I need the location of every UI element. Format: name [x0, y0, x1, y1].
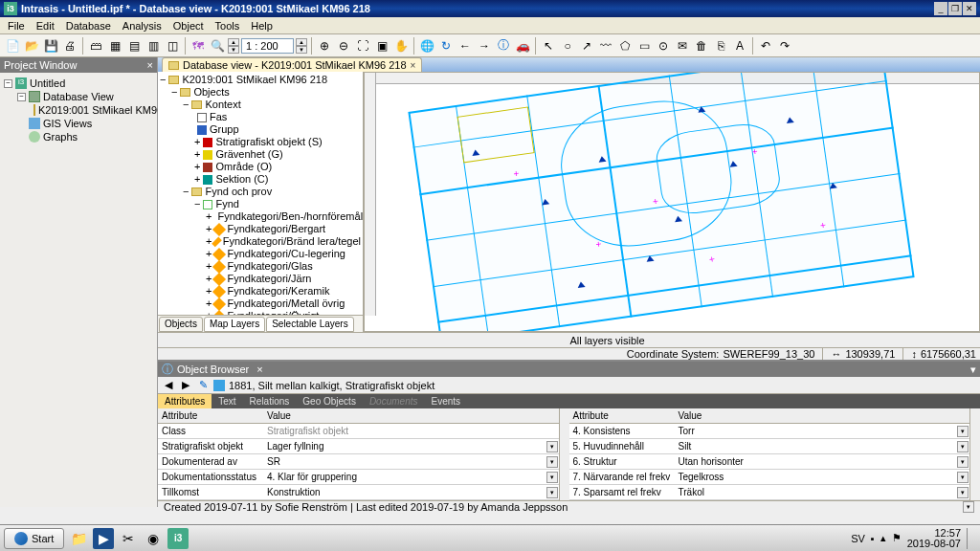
back-icon[interactable]: ← [457, 37, 474, 55]
select-rect-icon[interactable]: ▣ [373, 37, 390, 55]
attr-row[interactable]: 4. KonsistensTorr▾ [569, 424, 970, 439]
taskbar-chrome-icon[interactable]: ◉ [143, 528, 164, 549]
maximize-button[interactable]: ❐ [948, 2, 962, 15]
tab-geoobjects[interactable]: Geo Objects [296, 394, 363, 408]
zoom-input[interactable] [241, 38, 294, 54]
next-icon[interactable]: ▶ [179, 379, 192, 392]
new-icon[interactable]: 📄 [4, 37, 21, 55]
tab-attributes[interactable]: Attributes [158, 394, 212, 408]
tree-kontext[interactable]: Kontext [205, 99, 240, 111]
dropdown-icon[interactable]: ▾ [963, 501, 974, 513]
menu-object[interactable]: Object [167, 18, 210, 33]
menu-database[interactable]: Database [60, 18, 117, 33]
attr-row[interactable]: Stratigrafiskt objektLager fyllning▾ [158, 439, 559, 454]
tree-fk5[interactable]: Fyndkategori/Glas [227, 260, 312, 273]
project-tree[interactable]: −i3Untitled −Database View K2019:001 StM… [0, 73, 157, 507]
tray-flag-icon[interactable]: ⚑ [892, 532, 902, 544]
attr-value[interactable]: Tegelkross▾ [675, 471, 970, 483]
tree-gis[interactable]: GIS Views [43, 118, 92, 129]
tab-documents[interactable]: Documents [363, 394, 425, 408]
dropdown-icon[interactable]: ▾ [970, 364, 976, 376]
menu-analysis[interactable]: Analysis [117, 18, 167, 33]
tab-objects[interactable]: Objects [159, 317, 203, 332]
tree-fk1[interactable]: Fyndkategori/Ben-/hornföremål [217, 210, 363, 223]
attr-row[interactable]: ClassStratigrafiskt objekt [158, 424, 559, 439]
zoom-out-icon[interactable]: ⊖ [335, 37, 352, 55]
tree-grupp[interactable]: Grupp [210, 123, 239, 136]
attr-row[interactable]: Dokumenterad avSR▾ [158, 454, 559, 470]
taskbar-snip-icon[interactable]: ✂ [118, 528, 139, 549]
taskbar-powershell-icon[interactable]: ▶ [93, 528, 114, 549]
forward-icon[interactable]: → [476, 37, 493, 55]
dropdown-icon[interactable]: ▾ [546, 456, 558, 468]
pdf-icon[interactable]: ⎘ [712, 37, 729, 55]
tree-fynd[interactable]: Fynd [215, 198, 238, 210]
scrollbar[interactable] [560, 408, 569, 500]
spinner[interactable]: ▲▼ [228, 38, 239, 54]
tree-fk6[interactable]: Fyndkategori/Järn [227, 273, 311, 285]
start-button[interactable]: Start [4, 528, 64, 549]
attr-row[interactable]: 7. Närvarande rel frekvTegelkross▾ [569, 470, 970, 485]
polyline-icon[interactable]: 〰 [597, 37, 614, 55]
apply-icon[interactable]: ✎ [196, 379, 210, 392]
menu-file[interactable]: File [2, 18, 31, 33]
clock[interactable]: 12:57 2019-08-07 [907, 528, 961, 549]
open-icon[interactable]: 📂 [23, 37, 40, 55]
dropdown-icon[interactable]: ▾ [957, 441, 969, 452]
menu-help[interactable]: Help [245, 18, 278, 33]
tree-strat[interactable]: Stratigrafiskt objekt (S) [215, 136, 322, 148]
menu-tools[interactable]: Tools [210, 18, 246, 33]
tree-fyndprov[interactable]: Fynd och prov [205, 186, 272, 198]
tab-events[interactable]: Events [424, 394, 467, 408]
tree-objects[interactable]: Objects [193, 86, 229, 99]
fit-icon[interactable]: ⛶ [354, 37, 371, 55]
attr-row[interactable]: TillkomstKonstruktion▾ [158, 485, 559, 500]
attr-value[interactable]: Lager fyllning▾ [263, 440, 559, 452]
refresh-icon[interactable]: ↻ [437, 37, 455, 55]
spinner2[interactable]: ▲▼ [296, 38, 307, 54]
zoom-icon[interactable]: 🔍 [209, 37, 226, 55]
attr-value[interactable]: 4. Klar för gruppering▾ [263, 471, 559, 483]
info-icon[interactable]: ⓘ [495, 37, 512, 55]
dropdown-icon[interactable]: ▾ [546, 441, 558, 452]
attr-value[interactable]: Silt▾ [675, 440, 970, 452]
dropdown-icon[interactable]: ▾ [546, 472, 558, 483]
tab-maplayers[interactable]: Map Layers [204, 317, 265, 332]
lang-indicator[interactable]: SV [851, 533, 865, 544]
polygon-icon[interactable]: ⬠ [616, 37, 634, 55]
tab-selectable[interactable]: Selectable Layers [266, 317, 354, 332]
tree-grav[interactable]: Grävenhet (G) [215, 148, 282, 161]
attr-value[interactable]: Utan horisonter▾ [675, 455, 970, 468]
prev-icon[interactable]: ◀ [162, 379, 175, 392]
close-icon[interactable]: × [256, 364, 262, 375]
close-icon[interactable]: × [147, 59, 153, 71]
save-icon[interactable]: 💾 [42, 37, 59, 55]
tree-root[interactable]: Untitled [30, 77, 65, 89]
tree-fk3[interactable]: Fyndkategori/Bränd lera/tegel [223, 235, 361, 248]
tab-relations[interactable]: Relations [243, 394, 297, 408]
attr-row[interactable]: Dokumentationsstatus4. Klar för grupperi… [158, 470, 559, 485]
dropdown-icon[interactable]: ▾ [957, 456, 969, 468]
pan-icon[interactable]: ✋ [392, 37, 410, 55]
cube-icon[interactable]: ◫ [164, 37, 181, 55]
dropdown-icon[interactable]: ▾ [546, 487, 558, 498]
undo-icon[interactable]: ↶ [757, 37, 774, 55]
text-a-icon[interactable]: A [731, 37, 748, 55]
close-tab-icon[interactable]: × [411, 60, 416, 71]
select-circle-icon[interactable]: ○ [559, 37, 576, 55]
attr-row[interactable]: 6. StrukturUtan horisonter▾ [569, 454, 970, 470]
stack-icon[interactable]: ▥ [145, 37, 162, 55]
measure-icon[interactable]: ↗ [578, 37, 595, 55]
tree-root[interactable]: K2019:001 StMikael KM96 218 [182, 74, 327, 86]
tree-sektion[interactable]: Sektion (C) [215, 173, 268, 186]
attr-row[interactable]: 5. HuvudinnehållSilt▾ [569, 439, 970, 454]
label-icon[interactable]: ✉ [674, 37, 691, 55]
rect-tool-icon[interactable]: ▭ [635, 37, 653, 55]
tree-dbview[interactable]: Database View [43, 91, 114, 102]
tree-fk8[interactable]: Fyndkategori/Metall övrig [227, 298, 345, 310]
tray-icon[interactable]: ▪ [871, 533, 875, 544]
db-icon[interactable]: 🗃 [87, 37, 104, 55]
scrollbar[interactable] [970, 408, 980, 500]
dropdown-icon[interactable]: ▾ [957, 426, 969, 437]
tree-fk2[interactable]: Fyndkategori/Bergart [227, 223, 325, 235]
